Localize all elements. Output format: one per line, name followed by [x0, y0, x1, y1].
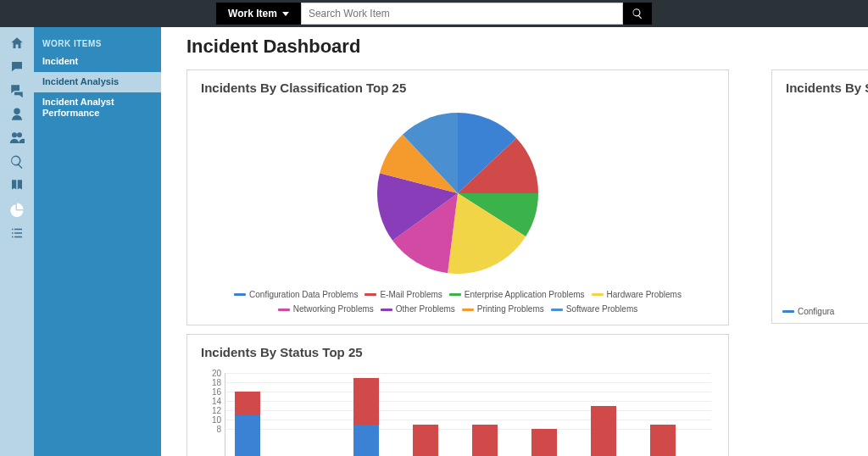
content-area: Incident Dashboard Incidents By Classifi…	[161, 27, 868, 456]
legend-item[interactable]: Software Problems	[551, 303, 637, 316]
chart-pie-icon	[9, 202, 25, 217]
legend-swatch-icon	[234, 293, 246, 296]
bar-stack[interactable]	[531, 429, 557, 456]
legend-swatch-icon	[462, 309, 474, 311]
rail-search[interactable]	[0, 151, 34, 173]
right-card-legend-fragment: Configura	[782, 307, 834, 316]
chat-icon	[9, 59, 25, 75]
list-icon	[9, 225, 25, 241]
side-panel-header: WORK ITEMS	[34, 36, 161, 52]
bar-segment	[472, 425, 498, 457]
legend-swatch-icon	[449, 293, 461, 296]
legend-swatch-icon	[551, 309, 563, 311]
chat2-icon	[9, 83, 25, 98]
y-tick-label: 12	[201, 406, 221, 415]
rail-user[interactable]	[0, 103, 34, 125]
legend-label: E-Mail Problems	[380, 288, 442, 302]
card-status-top25: Incidents By Status Top 25 8101214161820	[186, 334, 729, 456]
rail-chat[interactable]	[0, 56, 34, 78]
bar-segment	[531, 429, 557, 456]
legend-label: Configura	[798, 307, 834, 316]
sidebar-item-label: Incident	[42, 56, 78, 66]
y-tick-label: 14	[201, 397, 221, 406]
bar-stack[interactable]	[650, 425, 676, 457]
legend-label: Configuration Data Problems	[249, 288, 358, 302]
sidebar-item-incident-analysis[interactable]: Incident Analysis	[34, 72, 161, 92]
magnify-icon	[9, 154, 25, 170]
bar-stack[interactable]	[591, 406, 616, 457]
legend-swatch-icon	[364, 293, 376, 296]
bar-chart: 8101214161820	[201, 364, 715, 456]
pie-svg	[373, 108, 542, 278]
rail-home[interactable]	[0, 32, 34, 54]
y-tick-label: 20	[201, 369, 221, 378]
work-item-dropdown-label: Work Item	[228, 8, 277, 19]
search-input[interactable]	[301, 3, 623, 25]
bar-segment	[650, 425, 676, 457]
legend-item[interactable]: E-Mail Problems	[364, 288, 442, 302]
y-tick-label: 8	[201, 425, 221, 434]
bar-segment	[413, 425, 438, 457]
y-tick-label: 18	[201, 378, 221, 387]
y-tick-label: 16	[201, 387, 221, 397]
sidebar-item-incident[interactable]: Incident	[34, 52, 161, 72]
side-panel: WORK ITEMS Incident Incident Analysis In…	[34, 27, 161, 456]
bar-segment	[235, 392, 260, 415]
legend-label: Networking Problems	[293, 303, 374, 316]
legend-label: Software Problems	[566, 303, 637, 316]
legend-item[interactable]: Other Problems	[381, 303, 455, 316]
card-title: Incidents By Status Top 25	[201, 345, 715, 359]
bar-stacks	[225, 373, 711, 456]
bar-segment	[353, 378, 379, 425]
work-item-dropdown[interactable]: Work Item	[216, 3, 301, 25]
pie-legend: Configuration Data ProblemsE-Mail Proble…	[201, 281, 715, 318]
cards-row-top: Incidents By Classification Top 25 Confi…	[186, 70, 868, 325]
bar-stack[interactable]	[235, 392, 260, 456]
sidebar-item-label: Incident Analysis	[42, 76, 119, 86]
rail-analytics[interactable]	[0, 198, 34, 220]
card-title: Incidents By S	[786, 81, 868, 95]
bar-stack[interactable]	[413, 425, 438, 457]
legend-swatch-icon	[278, 309, 290, 311]
y-tick-label: 10	[201, 415, 221, 425]
legend-swatch-icon	[592, 293, 604, 296]
legend-item[interactable]: Hardware Problems	[592, 288, 682, 302]
legend-label: Hardware Problems	[607, 288, 682, 302]
sidebar-item-incident-analyst-performance[interactable]: Incident Analyst Performance	[34, 92, 161, 125]
pie-chart	[201, 100, 715, 281]
legend-item[interactable]: Configuration Data Problems	[234, 288, 358, 302]
top-bar-inner: Work Item	[216, 3, 652, 25]
legend-swatch-icon	[782, 310, 794, 313]
icon-rail	[0, 27, 34, 456]
legend-item[interactable]: Networking Problems	[278, 303, 374, 316]
caret-down-icon	[282, 12, 289, 16]
home-icon	[9, 36, 25, 51]
bar-segment	[235, 415, 260, 457]
card-classification-top25: Incidents By Classification Top 25 Confi…	[186, 70, 729, 325]
legend-label: Enterprise Application Problems	[465, 288, 585, 302]
sidebar-item-label: Incident Analyst Performance	[42, 97, 114, 119]
legend-label: Other Problems	[396, 303, 455, 316]
legend-item[interactable]: Printing Problems	[462, 303, 544, 316]
bar-stack[interactable]	[472, 425, 498, 457]
page-title: Incident Dashboard	[186, 36, 868, 58]
rail-list[interactable]	[0, 222, 34, 244]
user-icon	[9, 107, 25, 122]
legend-label: Printing Problems	[477, 303, 544, 316]
users-icon	[9, 131, 25, 146]
rail-chat-2[interactable]	[0, 80, 34, 102]
book-icon	[9, 178, 25, 193]
search-icon	[632, 8, 643, 19]
main-shell: WORK ITEMS Incident Incident Analysis In…	[0, 27, 868, 456]
bar-stack[interactable]	[353, 378, 379, 457]
legend-swatch-icon	[381, 309, 392, 311]
bar-segment	[591, 406, 616, 457]
rail-book[interactable]	[0, 175, 34, 197]
rail-users[interactable]	[0, 127, 34, 149]
card-right-truncated: Incidents By S Configura	[771, 70, 868, 324]
search-button[interactable]	[623, 3, 652, 25]
legend-item[interactable]: Enterprise Application Problems	[449, 288, 585, 302]
card-title: Incidents By Classification Top 25	[201, 81, 715, 95]
bar-segment	[353, 425, 379, 457]
top-bar: Work Item	[0, 0, 868, 27]
